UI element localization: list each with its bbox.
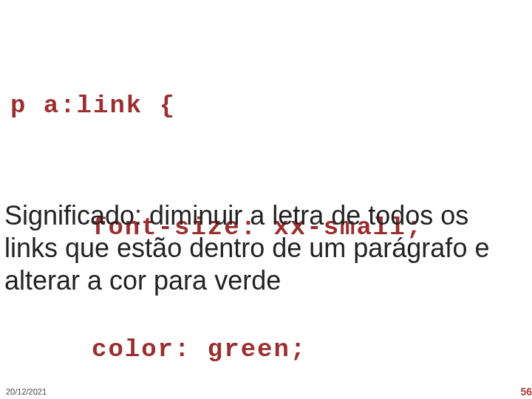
slide: p a:link { font-size: xx-small; color: g… <box>0 0 532 399</box>
footer-page-number: 56 <box>520 386 532 398</box>
explanation-text: Significado: diminuir a letra de todos o… <box>4 200 517 297</box>
footer-date: 20/12/2021 <box>6 387 47 396</box>
code-line-3: color: green; <box>92 330 522 370</box>
code-line-1: p a:link { <box>10 86 522 126</box>
